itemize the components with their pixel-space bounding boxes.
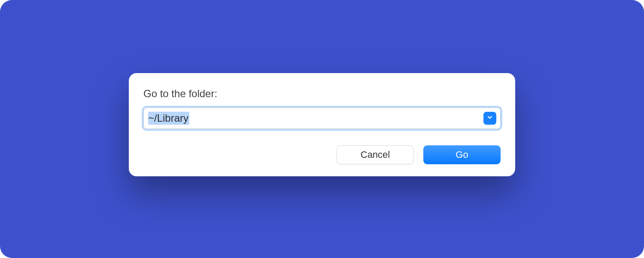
dropdown-button[interactable] (483, 112, 496, 125)
backdrop: Go to the folder: ~/Library Cancel Go (0, 0, 644, 258)
chevron-down-icon (486, 114, 493, 123)
go-button[interactable]: Go (423, 145, 501, 164)
dialog-label: Go to the folder: (143, 88, 501, 100)
folder-path-value[interactable]: ~/Library (148, 112, 189, 125)
folder-path-combobox[interactable]: ~/Library (143, 108, 501, 129)
go-to-folder-dialog: Go to the folder: ~/Library Cancel Go (129, 73, 515, 176)
cancel-button[interactable]: Cancel (337, 145, 414, 164)
dialog-button-row: Cancel Go (143, 145, 501, 164)
